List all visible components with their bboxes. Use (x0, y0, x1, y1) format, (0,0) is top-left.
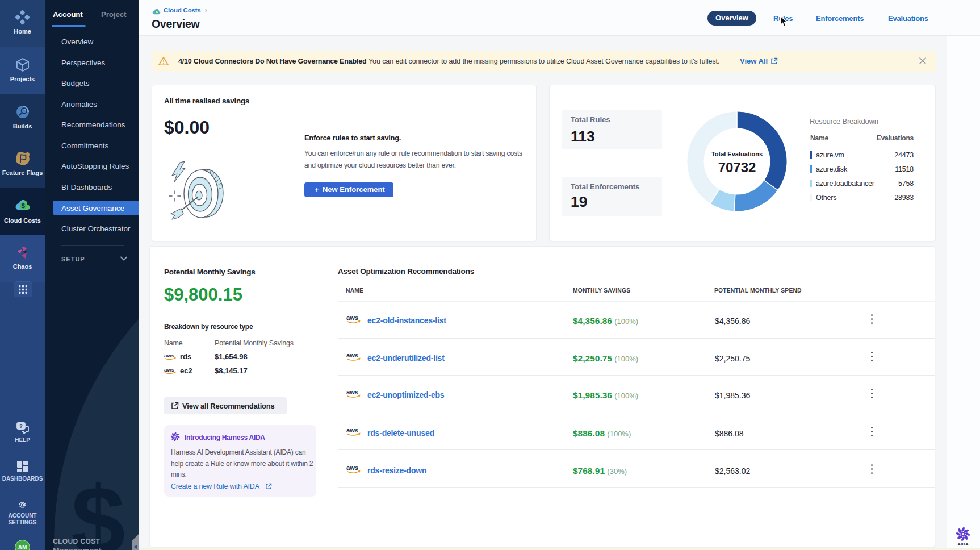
svg-text:aws: aws (346, 427, 358, 434)
svg-text:aws: aws (346, 389, 358, 395)
svg-text:$: $ (21, 202, 24, 209)
svg-text:aws: aws (164, 352, 174, 359)
svg-text:aws: aws (346, 352, 358, 359)
svg-text:?: ? (19, 423, 23, 429)
svg-text:aws: aws (346, 464, 358, 471)
svg-text:aws: aws (346, 314, 358, 321)
svg-text:aws: aws (164, 366, 174, 373)
